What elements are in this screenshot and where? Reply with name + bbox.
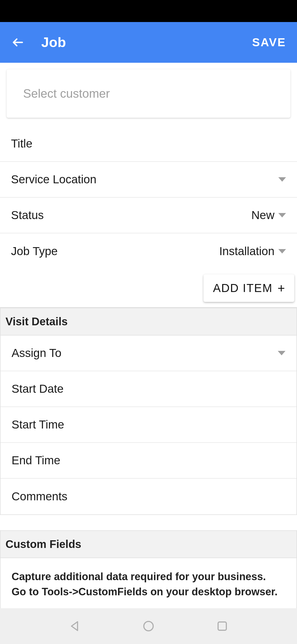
select-customer-field[interactable]: Select customer (7, 69, 290, 118)
status-label: Status (11, 209, 251, 222)
status-bar (0, 0, 297, 22)
page-title: Job (41, 34, 252, 50)
save-button[interactable]: SAVE (252, 36, 286, 49)
section-gap (0, 515, 297, 530)
title-label: Title (11, 137, 286, 150)
chevron-down-icon (278, 351, 285, 355)
plus-icon: + (277, 282, 285, 294)
status-value: New (251, 209, 274, 222)
triangle-back-icon (69, 620, 81, 632)
custom-fields-header: Custom Fields (1, 531, 296, 558)
job-type-field[interactable]: Job Type Installation (0, 233, 297, 269)
end-time-field[interactable]: End Time (1, 443, 296, 479)
job-type-label: Job Type (11, 245, 219, 258)
add-item-label: ADD ITEM (213, 282, 273, 295)
comments-field[interactable]: Comments (1, 479, 296, 514)
nav-back-button[interactable] (68, 620, 81, 633)
custom-fields-body: Capture additional data required for you… (1, 558, 296, 610)
chevron-down-icon (278, 177, 286, 182)
job-type-value: Installation (219, 245, 274, 258)
chevron-down-icon (278, 249, 286, 253)
end-time-label: End Time (12, 454, 285, 467)
app-bar: Job SAVE (0, 22, 297, 63)
start-date-field[interactable]: Start Date (1, 371, 296, 407)
assign-to-field[interactable]: Assign To (1, 335, 296, 371)
nav-home-button[interactable] (142, 620, 155, 633)
visit-details-section: Visit Details Assign To Start Date Start… (0, 308, 297, 515)
start-time-field[interactable]: Start Time (1, 407, 296, 443)
add-item-row: ADD ITEM + (0, 269, 297, 308)
service-location-label: Service Location (11, 173, 278, 186)
assign-to-label: Assign To (12, 346, 278, 360)
arrow-left-icon (11, 36, 24, 49)
svg-point-0 (144, 621, 153, 631)
chevron-down-icon (278, 213, 286, 217)
content: Select customer Title Service Location S… (0, 69, 297, 611)
back-button[interactable] (11, 36, 25, 49)
square-recent-icon (216, 620, 228, 632)
service-location-field[interactable]: Service Location (0, 162, 297, 198)
circle-home-icon (142, 620, 155, 632)
custom-fields-section: Custom Fields Capture additional data re… (0, 530, 297, 611)
title-field[interactable]: Title (0, 126, 297, 162)
status-field[interactable]: Status New (0, 198, 297, 233)
visit-details-header: Visit Details (1, 308, 296, 335)
nav-recent-button[interactable] (216, 620, 229, 633)
custom-fields-line1: Capture additional data required for you… (12, 569, 285, 584)
custom-fields-line2: Go to Tools->CustomFields on your deskto… (12, 584, 285, 599)
svg-rect-1 (218, 622, 226, 630)
start-time-label: Start Time (12, 418, 285, 431)
add-item-button[interactable]: ADD ITEM + (204, 274, 294, 302)
start-date-label: Start Date (12, 382, 285, 395)
comments-label: Comments (12, 490, 285, 503)
system-nav-bar (0, 608, 297, 644)
select-customer-placeholder: Select customer (23, 87, 110, 100)
